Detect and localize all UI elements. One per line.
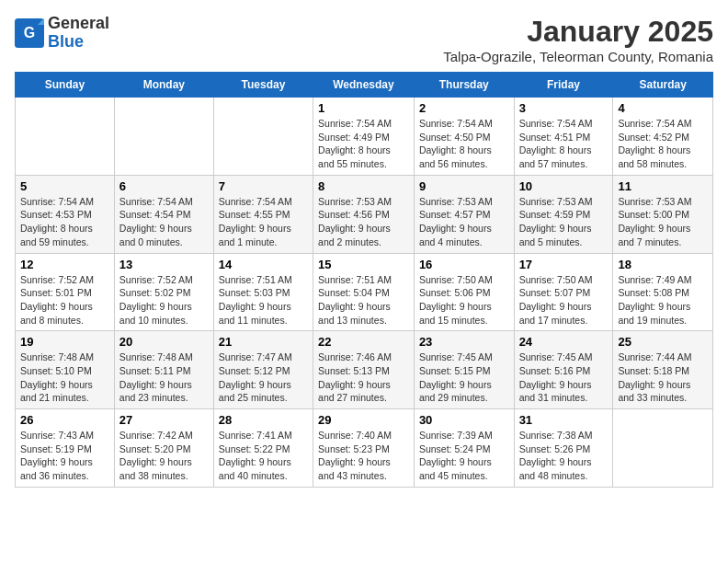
day-header-thursday: Thursday — [414, 73, 514, 98]
day-number: 15 — [318, 258, 409, 271]
day-number: 8 — [318, 179, 409, 193]
calendar-day: 22Sunrise: 7:46 AM Sunset: 5:13 PM Dayli… — [313, 331, 415, 409]
day-info: Sunrise: 7:48 AM Sunset: 5:11 PM Dayligh… — [119, 350, 209, 405]
day-number: 12 — [20, 258, 109, 271]
day-info: Sunrise: 7:38 AM Sunset: 5:26 PM Dayligh… — [519, 429, 609, 483]
day-number: 3 — [519, 101, 609, 115]
day-info: Sunrise: 7:54 AM Sunset: 4:52 PM Dayligh… — [618, 117, 708, 171]
calendar-day: 1Sunrise: 7:54 AM Sunset: 4:49 PM Daylig… — [313, 98, 415, 176]
logo-general-text: General — [48, 14, 109, 32]
day-info: Sunrise: 7:41 AM Sunset: 5:22 PM Dayligh… — [219, 429, 308, 483]
calendar-day: 2Sunrise: 7:54 AM Sunset: 4:50 PM Daylig… — [414, 98, 514, 176]
calendar-day: 14Sunrise: 7:51 AM Sunset: 5:03 PM Dayli… — [213, 253, 313, 331]
day-number: 22 — [318, 335, 409, 349]
day-info: Sunrise: 7:42 AM Sunset: 5:20 PM Dayligh… — [119, 429, 209, 483]
calendar-day: 3Sunrise: 7:54 AM Sunset: 4:51 PM Daylig… — [514, 98, 613, 176]
calendar-day — [16, 98, 115, 176]
day-info: Sunrise: 7:53 AM Sunset: 4:56 PM Dayligh… — [318, 195, 409, 249]
calendar-day: 26Sunrise: 7:43 AM Sunset: 5:19 PM Dayli… — [16, 409, 115, 488]
logo: G General Blue — [15, 15, 109, 52]
day-info: Sunrise: 7:50 AM Sunset: 5:07 PM Dayligh… — [519, 273, 609, 327]
title-block: January 2025 Talpa-Ograzile, Teleorman C… — [443, 15, 713, 64]
day-info: Sunrise: 7:40 AM Sunset: 5:23 PM Dayligh… — [318, 429, 409, 483]
day-number: 17 — [519, 258, 609, 271]
calendar-day: 13Sunrise: 7:52 AM Sunset: 5:02 PM Dayli… — [114, 253, 213, 331]
calendar-table: SundayMondayTuesdayWednesdayThursdayFrid… — [15, 72, 713, 488]
day-header-monday: Monday — [114, 73, 213, 98]
day-number: 16 — [419, 258, 509, 271]
calendar-day: 19Sunrise: 7:48 AM Sunset: 5:10 PM Dayli… — [16, 331, 115, 409]
calendar-body: 1Sunrise: 7:54 AM Sunset: 4:49 PM Daylig… — [16, 98, 713, 488]
day-header-friday: Friday — [514, 73, 613, 98]
day-info: Sunrise: 7:50 AM Sunset: 5:06 PM Dayligh… — [419, 273, 509, 327]
day-info: Sunrise: 7:47 AM Sunset: 5:12 PM Dayligh… — [219, 350, 308, 405]
day-number: 31 — [519, 413, 609, 427]
calendar-day: 21Sunrise: 7:47 AM Sunset: 5:12 PM Dayli… — [213, 331, 313, 409]
day-info: Sunrise: 7:39 AM Sunset: 5:24 PM Dayligh… — [419, 429, 509, 483]
day-number: 1 — [318, 101, 409, 115]
calendar-day: 9Sunrise: 7:53 AM Sunset: 4:57 PM Daylig… — [414, 175, 514, 253]
day-info: Sunrise: 7:44 AM Sunset: 5:18 PM Dayligh… — [618, 350, 708, 405]
day-number: 23 — [419, 335, 509, 349]
day-number: 26 — [20, 413, 109, 427]
day-number: 13 — [119, 258, 209, 271]
day-info: Sunrise: 7:53 AM Sunset: 5:00 PM Dayligh… — [618, 195, 708, 249]
day-header-saturday: Saturday — [613, 73, 713, 98]
day-number: 30 — [419, 413, 509, 427]
day-number: 14 — [219, 258, 308, 271]
calendar-day: 23Sunrise: 7:45 AM Sunset: 5:15 PM Dayli… — [414, 331, 514, 409]
day-number: 18 — [618, 258, 708, 271]
day-number: 11 — [618, 179, 708, 193]
calendar-day: 25Sunrise: 7:44 AM Sunset: 5:18 PM Dayli… — [613, 331, 713, 409]
day-info: Sunrise: 7:53 AM Sunset: 4:59 PM Dayligh… — [519, 195, 609, 249]
svg-text:G: G — [24, 25, 35, 40]
day-info: Sunrise: 7:52 AM Sunset: 5:01 PM Dayligh… — [20, 273, 109, 327]
calendar-day: 5Sunrise: 7:54 AM Sunset: 4:53 PM Daylig… — [16, 175, 115, 253]
day-number: 29 — [318, 413, 409, 427]
logo-blue-text: Blue — [48, 32, 84, 51]
day-info: Sunrise: 7:51 AM Sunset: 5:04 PM Dayligh… — [318, 273, 409, 327]
day-number: 5 — [20, 179, 109, 193]
calendar-day: 30Sunrise: 7:39 AM Sunset: 5:24 PM Dayli… — [414, 409, 514, 488]
calendar-day: 4Sunrise: 7:54 AM Sunset: 4:52 PM Daylig… — [613, 98, 713, 176]
calendar-header: SundayMondayTuesdayWednesdayThursdayFrid… — [16, 73, 713, 98]
day-info: Sunrise: 7:54 AM Sunset: 4:50 PM Dayligh… — [419, 117, 509, 171]
location-subtitle: Talpa-Ograzile, Teleorman County, Romani… — [443, 49, 713, 64]
day-headers-row: SundayMondayTuesdayWednesdayThursdayFrid… — [16, 73, 713, 98]
calendar-week-row: 5Sunrise: 7:54 AM Sunset: 4:53 PM Daylig… — [16, 175, 713, 253]
day-info: Sunrise: 7:54 AM Sunset: 4:53 PM Dayligh… — [20, 195, 109, 249]
day-info: Sunrise: 7:51 AM Sunset: 5:03 PM Dayligh… — [219, 273, 308, 327]
month-title: January 2025 — [443, 15, 713, 49]
calendar-day — [114, 98, 213, 176]
day-number: 7 — [219, 179, 308, 193]
calendar-day: 15Sunrise: 7:51 AM Sunset: 5:04 PM Dayli… — [313, 253, 415, 331]
calendar-week-row: 26Sunrise: 7:43 AM Sunset: 5:19 PM Dayli… — [16, 409, 713, 488]
calendar-day — [613, 409, 713, 488]
day-number: 10 — [519, 179, 609, 193]
day-info: Sunrise: 7:49 AM Sunset: 5:08 PM Dayligh… — [618, 273, 708, 327]
calendar-day: 29Sunrise: 7:40 AM Sunset: 5:23 PM Dayli… — [313, 409, 415, 488]
calendar-day: 7Sunrise: 7:54 AM Sunset: 4:55 PM Daylig… — [213, 175, 313, 253]
calendar-day: 11Sunrise: 7:53 AM Sunset: 5:00 PM Dayli… — [613, 175, 713, 253]
logo-icon: G — [15, 18, 44, 48]
day-header-wednesday: Wednesday — [313, 73, 415, 98]
day-info: Sunrise: 7:54 AM Sunset: 4:49 PM Dayligh… — [318, 117, 409, 171]
day-number: 27 — [119, 413, 209, 427]
calendar-day: 17Sunrise: 7:50 AM Sunset: 5:07 PM Dayli… — [514, 253, 613, 331]
day-info: Sunrise: 7:43 AM Sunset: 5:19 PM Dayligh… — [20, 429, 109, 483]
calendar-day: 16Sunrise: 7:50 AM Sunset: 5:06 PM Dayli… — [414, 253, 514, 331]
day-number: 9 — [419, 179, 509, 193]
day-info: Sunrise: 7:52 AM Sunset: 5:02 PM Dayligh… — [119, 273, 209, 327]
day-number: 24 — [519, 335, 609, 349]
day-number: 20 — [119, 335, 209, 349]
day-info: Sunrise: 7:46 AM Sunset: 5:13 PM Dayligh… — [318, 350, 409, 405]
day-number: 21 — [219, 335, 308, 349]
day-number: 28 — [219, 413, 308, 427]
day-number: 19 — [20, 335, 109, 349]
day-number: 4 — [618, 101, 708, 115]
page-header: G General Blue January 2025 Talpa-Ograzi… — [15, 15, 713, 64]
calendar-day: 28Sunrise: 7:41 AM Sunset: 5:22 PM Dayli… — [213, 409, 313, 488]
calendar-week-row: 19Sunrise: 7:48 AM Sunset: 5:10 PM Dayli… — [16, 331, 713, 409]
day-info: Sunrise: 7:48 AM Sunset: 5:10 PM Dayligh… — [20, 350, 109, 405]
calendar-day: 31Sunrise: 7:38 AM Sunset: 5:26 PM Dayli… — [514, 409, 613, 488]
